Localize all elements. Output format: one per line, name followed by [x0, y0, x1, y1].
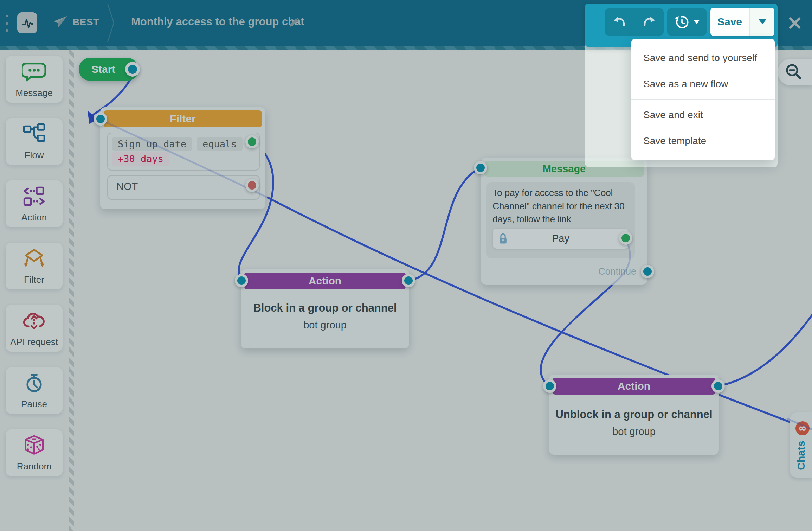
save-options-menu: Save and send to yourself Save as a new …	[631, 39, 775, 160]
menu-divider	[631, 99, 775, 100]
menu-item-save-template[interactable]: Save template	[631, 128, 775, 154]
save-split-button: Save	[710, 8, 774, 36]
chevron-down-icon	[694, 20, 700, 24]
undo-button[interactable]	[605, 8, 634, 36]
history-button[interactable]	[667, 8, 707, 36]
menu-item-save-exit[interactable]: Save and exit	[631, 102, 775, 128]
flow-builder-app: Message Flow Action Filter	[0, 0, 812, 531]
redo-button[interactable]	[634, 8, 664, 36]
menu-item-save-send[interactable]: Save and send to yourself	[631, 45, 775, 71]
save-options-caret-button[interactable]	[750, 8, 774, 36]
save-button[interactable]: Save	[710, 8, 749, 36]
undo-redo-group	[605, 8, 664, 36]
history-clock-icon	[674, 14, 690, 30]
menu-item-save-new-flow[interactable]: Save as a new flow	[631, 71, 775, 97]
chevron-down-icon	[759, 19, 766, 25]
redo-arrow-icon	[642, 14, 657, 30]
undo-arrow-icon	[612, 14, 627, 30]
